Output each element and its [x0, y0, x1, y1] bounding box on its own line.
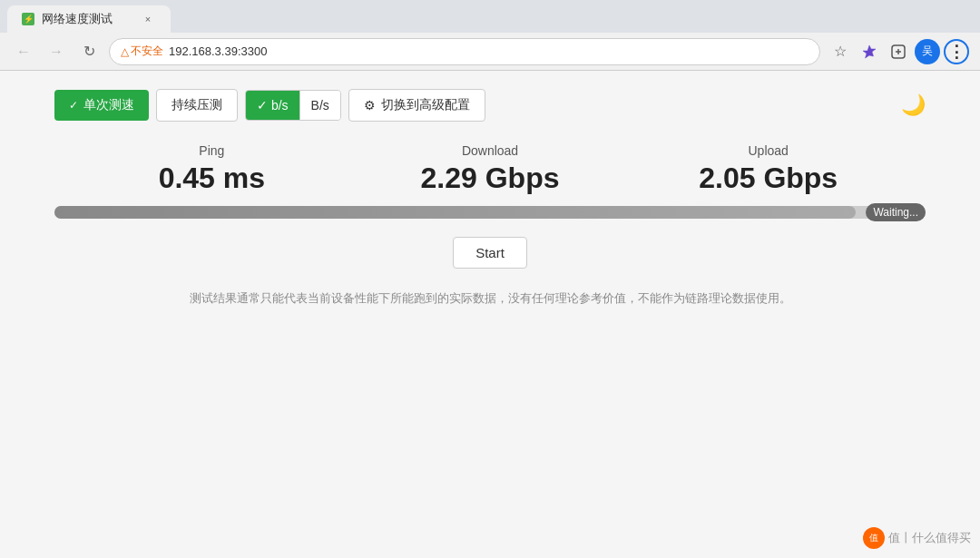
extension1-button[interactable] [857, 39, 882, 64]
warning-icon: △ [121, 45, 129, 58]
watermark-icon: 值 [863, 527, 885, 549]
browser-menu-button[interactable]: ⋮ [944, 39, 969, 64]
upload-value: 2.05 Gbps [629, 162, 907, 195]
single-test-button[interactable]: ✓ 单次测速 [54, 90, 149, 121]
upload-stat: Upload 2.05 Gbps [629, 143, 907, 195]
ping-label: Ping [73, 143, 351, 158]
bookmark-button[interactable]: ☆ [828, 39, 853, 64]
ping-value: 0.45 ms [73, 162, 351, 195]
address-text: 192.168.3.39:3300 [169, 44, 267, 58]
advanced-config-icon: ⚙ [364, 98, 376, 113]
single-test-check-icon: ✓ [69, 99, 78, 112]
download-value: 2.29 Gbps [351, 162, 630, 195]
waiting-badge: Waiting... [866, 203, 926, 221]
unit-BS-button[interactable]: B/s [300, 91, 340, 120]
tab-bar: ⚡ 网络速度测试 × [0, 0, 980, 33]
profile-avatar[interactable]: 吴 [915, 39, 940, 64]
address-bar[interactable]: △ 不安全 192.168.3.39:3300 [109, 38, 820, 65]
stats-section: Ping 0.45 ms Download 2.29 Gbps Upload 2… [54, 143, 926, 195]
browser-chrome: ⚡ 网络速度测试 × ← → ↻ △ 不安全 192.168.3.39:3300… [0, 0, 980, 71]
progress-bar-container: Waiting... [54, 206, 926, 219]
continuous-test-label: 持续压测 [172, 97, 222, 113]
unit-toggle-group: ✓ b/s B/s [245, 90, 341, 121]
advanced-config-label: 切换到高级配置 [381, 97, 470, 113]
watermark-text: 值丨什么值得买 [888, 530, 971, 546]
start-button[interactable]: Start [453, 237, 527, 269]
footer-note: 测试结果通常只能代表当前设备性能下所能跑到的实际数据，没有任何理论参考价值，不能… [54, 290, 926, 307]
nav-actions: ☆ 吴 ⋮ [828, 39, 969, 64]
upload-label: Upload [629, 143, 907, 158]
security-warning: △ 不安全 [121, 44, 163, 59]
download-label: Download [351, 143, 630, 158]
advanced-config-button[interactable]: ⚙ 切换到高级配置 [348, 89, 485, 122]
unit-bs-label: b/s [271, 98, 289, 113]
unit-bs-check-icon: ✓ [257, 98, 268, 113]
start-button-container: Start [54, 237, 926, 269]
tab-favicon: ⚡ [22, 13, 34, 25]
back-button[interactable]: ← [11, 39, 36, 64]
watermark: 值 值丨什么值得买 [863, 527, 971, 549]
active-tab[interactable]: ⚡ 网络速度测试 × [7, 5, 171, 33]
extension2-button[interactable] [886, 39, 911, 64]
unit-bs-button[interactable]: ✓ b/s [246, 91, 300, 120]
page-content: ✓ 单次测速 持续压测 ✓ b/s B/s ⚙ 切换到高级配置 🌙 Ping 0… [0, 71, 980, 558]
forward-button[interactable]: → [44, 39, 69, 64]
progress-bar-fill [54, 206, 856, 219]
download-stat: Download 2.29 Gbps [351, 143, 630, 195]
unit-BS-label: B/s [311, 98, 329, 113]
start-button-label: Start [475, 245, 505, 260]
toolbar: ✓ 单次测速 持续压测 ✓ b/s B/s ⚙ 切换到高级配置 🌙 [54, 89, 926, 122]
dark-mode-button[interactable]: 🌙 [901, 93, 926, 117]
nav-bar: ← → ↻ △ 不安全 192.168.3.39:3300 ☆ [0, 33, 980, 71]
reload-button[interactable]: ↻ [76, 39, 102, 64]
single-test-label: 单次测速 [83, 97, 134, 113]
tab-title: 网络速度测试 [42, 11, 113, 27]
tab-close-button[interactable]: × [140, 11, 156, 27]
security-label: 不安全 [131, 44, 163, 59]
continuous-test-button[interactable]: 持续压测 [156, 89, 238, 122]
ping-stat: Ping 0.45 ms [73, 143, 351, 195]
